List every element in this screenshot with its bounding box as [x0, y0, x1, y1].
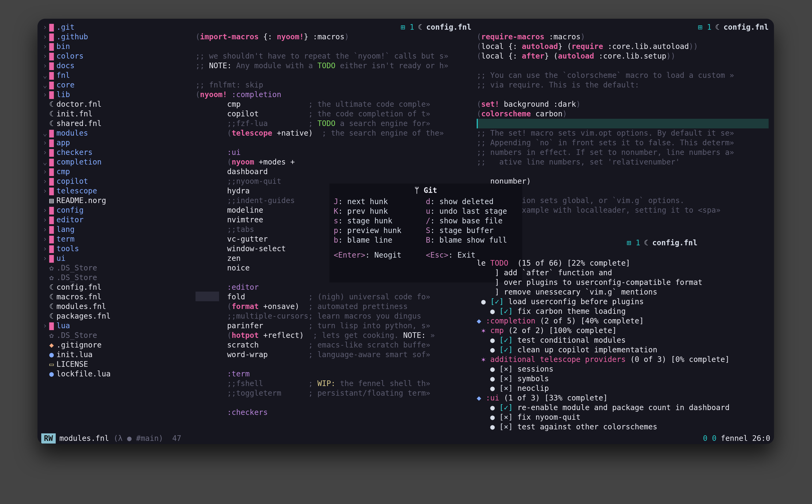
pane-todo[interactable]: le TODO (15 of 66) [22% complete] ] add … [477, 249, 769, 441]
hydra-key[interactable]: S [426, 226, 430, 235]
tree-item-init-fnl[interactable]: ☾init.fnl [41, 109, 194, 119]
license-icon: ▭ [49, 360, 54, 369]
chevron-icon [41, 331, 49, 340]
tree-item-lua[interactable]: ›▇lua [41, 321, 194, 331]
tree-item-lib[interactable]: ›▇lib [41, 90, 194, 100]
tree-item-init-lua[interactable]: ●init.lua [41, 350, 194, 360]
tree-item-checkers[interactable]: ›▇checkers [41, 148, 194, 157]
hydra-key[interactable]: J [334, 197, 338, 206]
hydra-key[interactable]: / [426, 216, 430, 225]
chevron-icon: ⌄ [41, 157, 49, 167]
hydra-label: blame show full [439, 236, 507, 245]
tree-item-config-fnl[interactable]: ☾config.fnl [41, 282, 194, 292]
folder-icon: ▇ [49, 157, 54, 167]
tree-item-app[interactable]: ›▇app [41, 138, 194, 148]
hydra-key-enter[interactable]: <Enter> [334, 251, 365, 259]
status-position: 26:0 [752, 434, 770, 443]
moon-icon: ☾ [49, 109, 54, 119]
gear-icon: ✿ [49, 263, 54, 273]
moon-icon: ☾ [49, 282, 54, 292]
tree-item-tools[interactable]: ›▇tools [41, 244, 194, 254]
gear-icon: ✿ [49, 331, 54, 340]
hydra-key[interactable]: p [334, 226, 338, 235]
tree-item-modules-fnl[interactable]: ☾modules.fnl [41, 302, 194, 311]
tree-item-lang[interactable]: ›▇lang [41, 225, 194, 234]
chevron-icon [41, 369, 49, 379]
hydra-key[interactable]: b [334, 236, 338, 245]
tree-label: modules.fnl [56, 302, 106, 311]
folder-icon: ▇ [49, 42, 54, 51]
folder-icon: ▇ [49, 254, 54, 263]
tree-item-modules[interactable]: ⌄▇modules [41, 128, 194, 138]
tab-label: config.fnl [426, 22, 471, 32]
hydra-key[interactable]: K [334, 207, 338, 216]
tree-item-fnl[interactable]: ⌄▇fnl [41, 71, 194, 80]
tree-item--gitignore[interactable]: ◆.gitignore [41, 340, 194, 350]
status-diagnostics: 0 0 [703, 434, 717, 443]
tree-label: init.fnl [56, 109, 93, 119]
tree-item--ds-store[interactable]: ✿.DS_Store [41, 263, 194, 273]
tree-item-ui[interactable]: ›▇ui [41, 254, 194, 263]
tree-item-packages-fnl[interactable]: ☾packages.fnl [41, 311, 194, 321]
tree-item-shared-fnl[interactable]: ☾shared.fnl [41, 119, 194, 128]
tab-right[interactable]: ⊞ 1 ☾ config.fnl [698, 22, 769, 32]
tree-item-copilot[interactable]: ›▇copilot [41, 177, 194, 186]
status-filetype: fennel [721, 434, 748, 443]
tab-todo[interactable]: ⊞ 1 ☾ config.fnl [627, 238, 697, 248]
chevron-icon [41, 350, 49, 360]
tree-item-config[interactable]: ›▇config [41, 205, 194, 215]
tree-item-editor[interactable]: ›▇editor [41, 215, 194, 225]
tree-item-docs[interactable]: ›▇docs [41, 61, 194, 71]
hydra-key[interactable]: B [426, 236, 430, 245]
tree-label: checkers [56, 148, 93, 157]
chevron-icon [41, 340, 49, 350]
tree-item-macros-fnl[interactable]: ☾macros.fnl [41, 292, 194, 302]
tree-label: fnl [56, 71, 70, 80]
tree-item-cmp[interactable]: ›▇cmp [41, 167, 194, 177]
chevron-icon: › [41, 215, 49, 225]
tree-item-colors[interactable]: ›▇colors [41, 51, 194, 61]
folder-icon: ▇ [49, 71, 54, 80]
tree-item--git[interactable]: ›▇.git [41, 22, 194, 32]
tree-item-completion[interactable]: ⌄▇completion [41, 157, 194, 167]
tab-left[interactable]: ⊞ 1 ☾ config.fnl [401, 22, 471, 32]
status-meta: (λ ● #main) [113, 434, 163, 443]
moon-icon: ☾ [644, 238, 649, 248]
tree-item-lockfile-lua[interactable]: ●lockfile.lua [41, 369, 194, 379]
tree-label: README.norg [56, 196, 106, 205]
hydra-key-esc[interactable]: <Esc> [426, 251, 448, 259]
tree-item-core[interactable]: ⌄▇core [41, 80, 194, 90]
tree-item-bin[interactable]: ›▇bin [41, 42, 194, 51]
tree-label: telescope [56, 186, 97, 196]
chevron-icon: › [41, 61, 49, 71]
chevron-icon: › [41, 225, 49, 234]
status-linecount: 47 [172, 434, 181, 443]
chevron-icon [41, 273, 49, 282]
tree-item-telescope[interactable]: ›▇telescope [41, 186, 194, 196]
chevron-icon: › [41, 244, 49, 254]
folder-icon: ▇ [49, 90, 54, 100]
chevron-icon: › [41, 148, 49, 157]
lua-icon: ● [49, 369, 54, 379]
hydra-key[interactable]: d [426, 197, 430, 206]
hydra-label: stage buffer [439, 226, 494, 235]
folder-icon: ▇ [49, 128, 54, 138]
tree-label: shared.fnl [56, 119, 102, 128]
tree-item--ds-store[interactable]: ✿.DS_Store [41, 331, 194, 340]
file-tree[interactable]: ›▇.git›▇.github›▇bin›▇colors›▇docs⌄▇fnl … [41, 22, 194, 379]
tree-label: copilot [56, 177, 88, 186]
hydra-key[interactable]: u [426, 207, 430, 216]
tree-item-doctor-fnl[interactable]: ☾doctor.fnl [41, 100, 194, 109]
tree-item-term[interactable]: ›▇term [41, 234, 194, 244]
tree-item-license[interactable]: ▭LICENSE [41, 360, 194, 369]
folder-icon: ▇ [49, 61, 54, 71]
hydra-key[interactable]: s [334, 216, 338, 225]
tree-item--github[interactable]: ›▇.github [41, 32, 194, 42]
chevron-icon: › [41, 254, 49, 263]
tree-item-readme-norg[interactable]: ▤README.norg [41, 196, 194, 205]
tree-item--ds-store[interactable]: ✿.DS_Store [41, 273, 194, 282]
hydra-label: preview hunk [347, 226, 401, 235]
chevron-icon: › [41, 167, 49, 177]
hydra-label: stage hunk [347, 216, 393, 225]
tree-label: docs [56, 61, 74, 71]
